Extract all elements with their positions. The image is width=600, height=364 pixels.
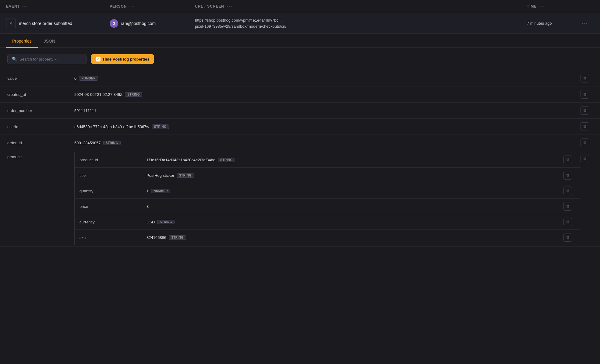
col-person-label: PERSON [110, 4, 127, 9]
close-icon: ✕ [9, 21, 13, 26]
url-col-menu[interactable]: ··· [227, 4, 232, 9]
time-col-menu[interactable]: ··· [539, 4, 545, 9]
nested-prop-sku: sku 824166886 STRING ⧉ [75, 230, 581, 245]
prop-badge-created-at: STRING [125, 92, 142, 97]
toolbar: 🔍 ✓ Hide PostHog properties [0, 48, 600, 70]
nested-val-product-id: 1f3e16d3a14d043s1b420c4e20faf84dd [146, 158, 215, 162]
nested-val-price: 3 [146, 204, 149, 209]
copy-value-button[interactable]: ⧉ [581, 74, 589, 82]
col-time: TIME ··· [527, 4, 576, 9]
products-copy-area: ⧉ [581, 151, 593, 167]
copy-sku-button[interactable]: ⧉ [563, 233, 572, 242]
person-col-menu[interactable]: ··· [129, 4, 135, 9]
nested-key-title: title [79, 173, 146, 178]
prop-key-user-id: userId [7, 124, 74, 129]
search-box[interactable]: 🔍 [7, 54, 86, 64]
copy-user-id-button[interactable]: ⧉ [581, 122, 589, 131]
copy-icon-11: ⧉ [566, 235, 569, 240]
nested-key-product-id: product_id [79, 158, 146, 162]
row-more-menu[interactable]: ··· [576, 21, 594, 26]
col-url: URL / SCREEN ··· [195, 4, 527, 9]
url-line1: https://shop.posthog.com/wpm@e1e4af48w7b… [195, 17, 527, 23]
prop-value-created-at: 2024-03-06T21:02:27.346Z STRING [74, 92, 581, 97]
prop-key-order-number: order_number [7, 108, 74, 113]
prop-key-created-at: created_at [7, 92, 74, 97]
copy-currency-button[interactable]: ⧉ [563, 218, 572, 226]
prop-value-order-id: 590123459857 STRING [74, 141, 581, 145]
products-nested: product_id 1f3e16d3a14d043s1b420c4e20faf… [74, 152, 581, 245]
copy-created-at-button[interactable]: ⧉ [581, 90, 589, 99]
nested-key-currency: currency [79, 220, 146, 224]
prop-key-order-id: order_id [7, 141, 74, 145]
prop-val-order-number: 5911111111 [74, 108, 96, 113]
url-cell: https://shop.posthog.com/wpm@e1e4af48w7b… [195, 17, 527, 29]
copy-quantity-button[interactable]: ⧉ [563, 187, 572, 195]
nested-badge-product-id: STRING [218, 158, 235, 162]
copy-icon-3: ⧉ [584, 108, 586, 113]
tab-properties[interactable]: Properties [6, 35, 38, 48]
avatar: G [110, 19, 118, 28]
col-person: PERSON ··· [110, 4, 195, 9]
copy-price-button[interactable]: ⧉ [563, 202, 572, 211]
property-row-created-at: created_at 2024-03-06T21:02:27.346Z STRI… [0, 86, 600, 103]
checkbox-icon: ✓ [96, 57, 101, 61]
nested-value-currency: USD STRING [146, 220, 563, 224]
nested-value-product-id: 1f3e16d3a14d043s1b420c4e20faf84dd STRING [146, 158, 563, 162]
copy-icon-4: ⧉ [584, 124, 586, 129]
tab-json[interactable]: JSON [38, 35, 61, 48]
property-row-order-number: order_number 5911111111 ⧉ [0, 103, 600, 119]
search-icon: 🔍 [12, 57, 17, 61]
prop-key-value: value [7, 76, 74, 81]
copy-icon: ⧉ [584, 76, 586, 81]
event-row[interactable]: ✕ merch store order submitted G ian@post… [0, 13, 600, 34]
person-cell: G ian@posthog.com [110, 19, 195, 28]
prop-value-value: 0 NUMBER [74, 76, 581, 81]
copy-order-number-button[interactable]: ⧉ [581, 106, 589, 115]
table-header: EVENT ··· PERSON ··· URL / SCREEN ··· TI… [0, 0, 600, 13]
copy-products-button[interactable]: ⧉ [581, 155, 589, 163]
nested-badge-quantity: NUMBER [151, 189, 170, 193]
nested-prop-price: price 3 ⧉ [75, 199, 581, 214]
check-mark: ✓ [97, 58, 99, 61]
nested-badge-sku: STRING [169, 235, 186, 240]
nested-value-sku: 824166886 STRING [146, 235, 563, 240]
col-time-label: TIME [527, 4, 537, 9]
prop-val-created-at: 2024-03-06T21:02:27.346Z [74, 92, 122, 97]
copy-title-button[interactable]: ⧉ [563, 171, 572, 180]
nested-prop-title: title PostHog sticker STRING ⧉ [75, 168, 581, 183]
hide-posthog-properties-button[interactable]: ✓ Hide PostHog properties [91, 54, 154, 64]
search-input[interactable] [19, 57, 82, 61]
row-dots-icon[interactable]: ··· [582, 21, 588, 26]
property-row-value: value 0 NUMBER ⧉ [0, 70, 600, 86]
hide-button-label: Hide PostHog properties [103, 57, 149, 61]
col-event-label: EVENT [6, 4, 20, 9]
products-section: products product_id 1f3e16d3a14d043s1b42… [0, 151, 600, 247]
nested-prop-quantity: quantity 1 NUMBER ⧉ [75, 183, 581, 199]
col-url-label: URL / SCREEN [195, 4, 224, 9]
nested-value-price: 3 [146, 204, 563, 209]
prop-badge-value: NUMBER [79, 76, 98, 81]
nested-val-quantity: 1 [146, 189, 149, 193]
time-cell: 7 minutes ago [527, 21, 576, 26]
prop-val-value: 0 [74, 76, 76, 81]
copy-icon-6: ⧉ [566, 157, 569, 162]
prop-val-order-id: 590123459857 [74, 141, 101, 145]
copy-product-id-button[interactable]: ⧉ [563, 156, 572, 164]
person-email: ian@posthog.com [121, 21, 156, 26]
nested-key-price: price [79, 204, 146, 209]
event-col-menu[interactable]: ··· [22, 4, 28, 9]
prop-value-order-number: 5911111111 [74, 108, 581, 113]
copy-order-id-button[interactable]: ⧉ [581, 138, 589, 147]
nested-val-currency: USD [146, 220, 155, 224]
products-outer: products product_id 1f3e16d3a14d043s1b42… [0, 151, 600, 246]
property-row-user-id: userId e6d4530c-772c-42gb-b349-ef2be1b53… [0, 119, 600, 135]
nested-val-sku: 824166886 [146, 235, 166, 240]
copy-icon-9: ⧉ [566, 204, 569, 209]
col-event: EVENT ··· [6, 4, 110, 9]
copy-icon-5: ⧉ [584, 140, 586, 145]
prop-badge-order-id: STRING [103, 141, 121, 145]
copy-icon-7: ⧉ [566, 173, 569, 178]
prop-value-user-id: e6d4530c-772c-42gb-b349-ef2be1b5367w STR… [74, 124, 581, 129]
properties-table: value 0 NUMBER ⧉ created_at 2024-03-06T2… [0, 70, 600, 247]
property-row-order-id: order_id 590123459857 STRING ⧉ [0, 135, 600, 151]
